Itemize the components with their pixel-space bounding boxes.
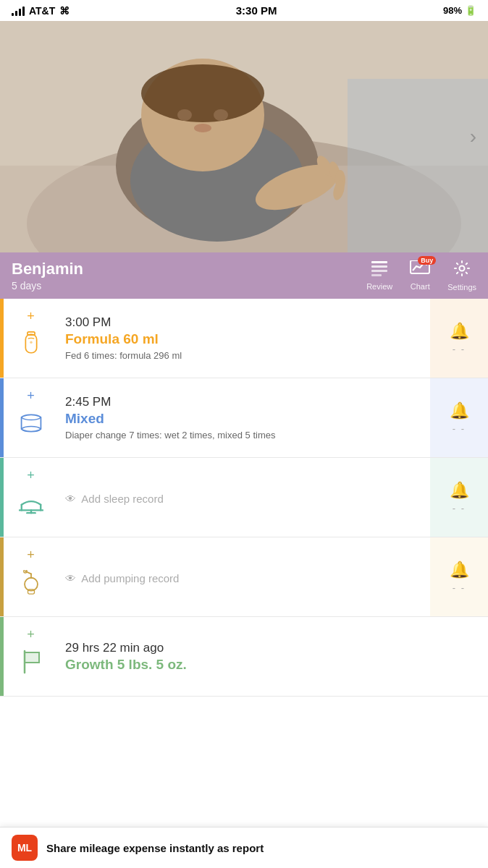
activity-list: + 3:00 PM Formula 60 ml Fed 6 times: for… (0, 299, 488, 697)
svg-point-24 (30, 341, 32, 344)
svg-point-30 (25, 578, 38, 591)
ad-text: Share mileage expense instantly as repor… (46, 842, 264, 854)
buy-badge: Buy (418, 256, 436, 265)
svg-point-7 (141, 64, 264, 122)
diaper-alarm-icon[interactable]: 🔔 (450, 401, 469, 420)
svg-rect-17 (371, 265, 387, 268)
bottle-icon (19, 331, 43, 361)
feed-alarm-dashes: - - (453, 344, 466, 354)
pump-icon (19, 570, 43, 600)
pump-alarm-icon[interactable]: 🔔 (450, 561, 469, 579)
ad-logo: ML (12, 835, 38, 861)
baby-name: Benjamin (12, 260, 83, 278)
header-actions: Review Buy Chart Settings (366, 260, 476, 292)
sleep-row-left: + (0, 458, 58, 537)
svg-point-10 (194, 124, 211, 132)
feed-row-right: 🔔 - - (430, 299, 488, 378)
pump-content[interactable]: 👁 Add pumping record (58, 537, 430, 616)
diaper-content: 2:45 PM Mixed Diaper change 7 times: wet… (58, 378, 430, 457)
sleep-add-text: 👁 Add sleep record (65, 493, 423, 505)
feed-row: + 3:00 PM Formula 60 ml Fed 6 times: for… (0, 299, 488, 378)
pump-eye-icon: 👁 (65, 572, 76, 584)
feed-row-left: + (0, 299, 58, 378)
ad-banner[interactable]: ML Share mileage expense instantly as re… (0, 827, 488, 868)
chart-label: Chart (411, 282, 430, 291)
battery-icon: 🔋 (465, 5, 476, 16)
pump-row-right: 🔔 - - (430, 537, 488, 616)
sleep-row: + 👁 Add sleep record 🔔 - - (0, 458, 488, 537)
pump-row: + 👁 Add pumping record 🔔 - - (0, 537, 488, 617)
sleep-content[interactable]: 👁 Add sleep record (58, 458, 430, 537)
baby-photo (0, 21, 488, 252)
settings-label: Settings (447, 283, 476, 292)
pump-plus-button[interactable]: + (27, 548, 35, 563)
svg-point-21 (460, 266, 465, 271)
review-label: Review (366, 282, 392, 291)
feed-title: Formula 60 ml (65, 331, 423, 347)
svg-rect-18 (371, 270, 387, 272)
svg-rect-3 (348, 79, 488, 252)
signal-bars (12, 6, 25, 16)
chart-button[interactable]: Buy Chart (410, 260, 430, 291)
baby-photo-svg (0, 21, 488, 252)
header-bar: Benjamin 5 days Review Buy (0, 252, 488, 299)
feed-subtitle: Fed 6 times: formula 296 ml (65, 350, 423, 361)
pump-alarm-dashes: - - (453, 582, 466, 593)
sleep-icon (19, 490, 43, 520)
growth-plus-button[interactable]: + (27, 627, 35, 642)
feed-time: 3:00 PM (65, 315, 423, 330)
svg-rect-16 (371, 261, 387, 263)
svg-point-9 (214, 109, 228, 121)
status-right: 98% 🔋 (443, 5, 476, 16)
diaper-plus-button[interactable]: + (27, 388, 35, 404)
review-button[interactable]: Review (366, 260, 392, 291)
sleep-row-right: 🔔 - - (430, 458, 488, 537)
sleep-alarm-dashes: - - (453, 503, 466, 514)
diaper-icon (19, 411, 43, 441)
sleep-plus-button[interactable]: + (27, 468, 35, 483)
settings-button[interactable]: Settings (447, 260, 476, 292)
diaper-subtitle: Diaper change 7 times: wet 2 times, mixe… (65, 430, 423, 441)
eye-icon: 👁 (65, 493, 76, 505)
photo-chevron[interactable]: › (470, 125, 476, 148)
feed-content: 3:00 PM Formula 60 ml Fed 6 times: formu… (58, 299, 430, 378)
growth-time: 29 hrs 22 min ago (65, 641, 423, 655)
diaper-title: Mixed (65, 411, 423, 427)
growth-row-right (430, 617, 488, 696)
feed-plus-button[interactable]: + (27, 309, 35, 324)
feed-alarm-icon[interactable]: 🔔 (450, 322, 469, 341)
svg-point-8 (177, 109, 192, 121)
carrier-label: AT&T (29, 5, 55, 17)
diaper-time: 2:45 PM (65, 395, 423, 409)
status-bar: AT&T ⌘ 3:30 PM 98% 🔋 (0, 0, 488, 21)
settings-icon (453, 260, 471, 281)
diaper-row-left: + (0, 378, 58, 457)
wifi-icon: ⌘ (59, 5, 70, 17)
review-icon (370, 260, 389, 281)
status-time: 3:30 PM (236, 4, 277, 17)
diaper-row-right: 🔔 - - (430, 378, 488, 457)
pump-add-text: 👁 Add pumping record (65, 572, 423, 584)
growth-row-left: + (0, 617, 58, 696)
growth-title: Growth 5 lbs. 5 oz. (65, 657, 423, 673)
sleep-alarm-icon[interactable]: 🔔 (450, 481, 469, 500)
diaper-alarm-dashes: - - (453, 423, 466, 434)
header-name-section: Benjamin 5 days (12, 260, 83, 292)
diaper-row: + 2:45 PM Mixed Diaper change 7 times: w… (0, 378, 488, 458)
baby-age: 5 days (12, 280, 83, 292)
battery-percent: 98% (443, 5, 462, 16)
status-left: AT&T ⌘ (12, 5, 70, 17)
baby-photo-container: › (0, 21, 488, 252)
growth-row: + 29 hrs 22 min ago Growth 5 lbs. 5 oz. (0, 617, 488, 697)
growth-content: 29 hrs 22 min ago Growth 5 lbs. 5 oz. (58, 617, 430, 696)
svg-rect-19 (371, 274, 382, 276)
growth-icon (19, 650, 43, 679)
pump-row-left: + (0, 537, 58, 616)
